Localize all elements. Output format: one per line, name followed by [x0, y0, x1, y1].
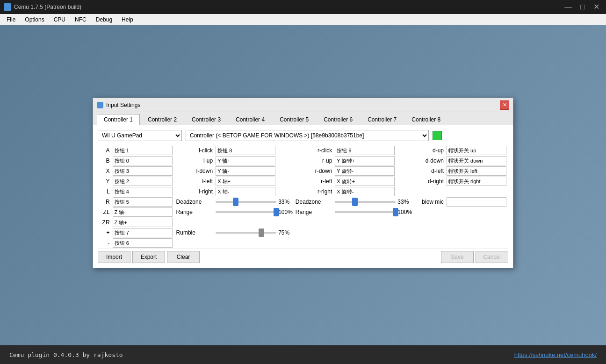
menu-debug[interactable]: Debug — [91, 15, 117, 24]
tab-controller3[interactable]: Controller 3 — [185, 114, 228, 125]
input-b[interactable] — [113, 156, 173, 165]
titlebar: Cemu 1.7.5 (Patreon build) — □ ✕ — [0, 0, 606, 14]
input-x[interactable] — [113, 166, 173, 176]
main-background: Input Settings ✕ Controller 1 Controller… — [0, 25, 606, 345]
label-blow-mic2: blow mic — [413, 197, 446, 207]
label-r: R — [99, 197, 112, 207]
label-rright: r-right — [294, 187, 334, 196]
btn-group-left: Import Export Clear — [98, 251, 200, 263]
input-settings-dialog: Input Settings ✕ Controller 1 Controller… — [93, 98, 513, 268]
input-dup[interactable] — [447, 146, 507, 155]
tab-controller8[interactable]: Controller 8 — [404, 114, 447, 125]
label-rclick: r-click — [294, 146, 334, 155]
slider-range-l-cell: 100% — [216, 207, 293, 217]
rumble-track[interactable] — [216, 232, 276, 234]
close-button[interactable]: ✕ — [591, 0, 602, 14]
table-row: B l-up r-up d-down — [99, 156, 507, 165]
deadzone-r-value: 33% — [397, 199, 409, 205]
menu-cpu[interactable]: CPU — [49, 15, 70, 24]
tab-controller4[interactable]: Controller 4 — [229, 114, 272, 125]
tab-controller1[interactable]: Controller 1 — [97, 114, 140, 125]
input-dright[interactable] — [447, 177, 507, 186]
tab-controller7[interactable]: Controller 7 — [361, 114, 404, 125]
import-button[interactable]: Import — [98, 251, 130, 263]
input-r[interactable] — [113, 197, 173, 207]
deadzone-l-track[interactable] — [216, 201, 276, 203]
label-zl: ZL — [99, 207, 112, 217]
table-row: L l-right r-right — [99, 187, 507, 196]
tab-controller2[interactable]: Controller 2 — [141, 114, 184, 125]
label-deadzone-l: Deadzone — [174, 197, 215, 207]
dropdown-row: Wii U GamePad Controller (< BETOP GAME F… — [98, 130, 508, 141]
dialog-close-button[interactable]: ✕ — [500, 100, 509, 110]
input-lup[interactable] — [216, 156, 293, 165]
label-deadzone-r: Deadzone — [294, 197, 334, 207]
menu-help[interactable]: Help — [117, 15, 138, 24]
label-lright: l-right — [174, 187, 215, 196]
input-a[interactable] — [113, 146, 173, 155]
input-lclick[interactable] — [216, 146, 293, 155]
plugin-link[interactable]: https://sshnuke.net/cemuhook/ — [514, 351, 597, 358]
maximize-button[interactable]: □ — [577, 0, 588, 14]
input-l[interactable] — [113, 187, 173, 196]
table-row: ZR — [99, 218, 507, 227]
table-row: X l-down r-down d-left — [99, 166, 507, 176]
input-rleft[interactable] — [335, 177, 412, 186]
input-lright[interactable] — [216, 187, 293, 196]
tab-controller5[interactable]: Controller 5 — [273, 114, 316, 125]
input-zr[interactable] — [113, 218, 173, 227]
label-dup: d-up — [413, 146, 446, 155]
label-range-r: Range — [294, 207, 334, 217]
input-y[interactable] — [113, 177, 173, 186]
label-lclick: l-click — [174, 146, 215, 155]
table-row: + Rumble 75% — [99, 228, 507, 237]
menu-options[interactable]: Options — [20, 15, 49, 24]
menu-file[interactable]: File — [2, 15, 20, 24]
label-blow-mic — [413, 187, 446, 196]
label-rdown: r-down — [294, 166, 334, 176]
app-icon — [4, 3, 11, 11]
label-y: Y — [99, 177, 112, 186]
deadzone-r-track[interactable] — [335, 201, 396, 203]
input-ldown[interactable] — [216, 166, 293, 176]
label-l: L — [99, 187, 112, 196]
label-range-l: Range — [174, 207, 215, 217]
label-plus: + — [99, 228, 112, 237]
gamepad-type-select[interactable]: Wii U GamePad — [98, 130, 182, 141]
range-r-track[interactable] — [335, 211, 396, 213]
dialog-body: Wii U GamePad Controller (< BETOP GAME F… — [93, 125, 513, 268]
label-dleft: d-left — [413, 166, 446, 176]
label-rup: r-up — [294, 156, 334, 165]
table-row: ZL Range 100% — [99, 207, 507, 217]
tab-bar: Controller 1 Controller 2 Controller 3 C… — [93, 112, 513, 125]
input-minus[interactable] — [113, 238, 173, 248]
minimize-button[interactable]: — — [562, 0, 575, 14]
label-zr: ZR — [99, 218, 112, 227]
input-zl[interactable] — [113, 207, 173, 217]
save-button[interactable]: Save — [441, 251, 474, 263]
slider-range-r-cell: 100% — [335, 207, 412, 217]
input-blow-mic[interactable] — [447, 197, 507, 207]
menu-nfc[interactable]: NFC — [70, 15, 91, 24]
cancel-button[interactable]: Cancel — [476, 251, 508, 263]
input-rright[interactable] — [335, 187, 412, 196]
input-dleft[interactable] — [447, 166, 507, 176]
window-title: Cemu 1.7.5 (Patreon build) — [14, 4, 559, 10]
label-minus: - — [99, 238, 112, 248]
bottombar: Cemu plugin 0.4.0.3 by rajkosto https://… — [0, 345, 606, 364]
btn-group-right: Save Cancel — [441, 251, 508, 263]
clear-button[interactable]: Clear — [167, 251, 200, 263]
tab-controller6[interactable]: Controller 6 — [317, 114, 360, 125]
input-plus[interactable] — [113, 228, 173, 237]
export-button[interactable]: Export — [132, 251, 165, 263]
label-a: A — [99, 146, 112, 155]
input-rclick[interactable] — [335, 146, 412, 155]
input-ddown[interactable] — [447, 156, 507, 165]
dialog-titlebar: Input Settings ✕ — [93, 98, 513, 112]
input-rdown[interactable] — [335, 166, 412, 176]
range-l-track[interactable] — [216, 211, 276, 213]
controller-select[interactable]: Controller (< BETOP GAME FOR WINDOWS >) … — [186, 130, 429, 141]
connection-status-indicator — [433, 131, 442, 140]
input-lleft[interactable] — [216, 177, 293, 186]
input-rup[interactable] — [335, 156, 412, 165]
